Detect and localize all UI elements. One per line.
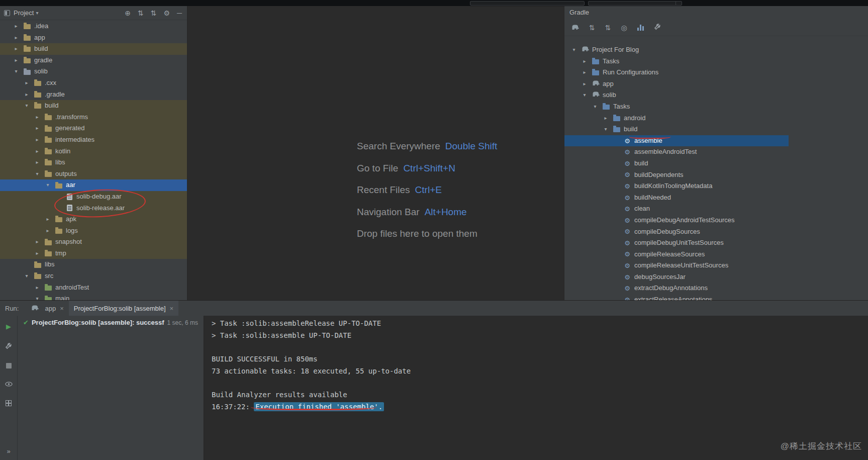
chevron-right-icon[interactable]: ▸: [581, 78, 589, 90]
gradle-tree-item-compileReleaseSources[interactable]: ⚙compileReleaseSources: [564, 249, 868, 260]
gradle-tree-item-compileDebugUnitTestSources[interactable]: ⚙compileDebugUnitTestSources: [564, 237, 868, 249]
chevron-down-icon[interactable]: ▾: [44, 179, 52, 191]
chevron-down-icon[interactable]: ▾: [602, 124, 610, 135]
chevron-right-icon[interactable]: ▸: [23, 77, 31, 89]
chevron-right-icon[interactable]: ▸: [33, 157, 41, 168]
project-panel-title[interactable]: Project: [14, 9, 34, 17]
gradle-sync-icon[interactable]: [571, 24, 579, 32]
gradle-tree-item-assemble[interactable]: ⚙assemble: [564, 135, 789, 147]
gradle-tree-item-clean[interactable]: ⚙clean: [564, 203, 868, 215]
chevron-down-icon[interactable]: ▾: [23, 100, 31, 112]
chevron-down-icon[interactable]: ▾: [570, 44, 578, 56]
run-tab-app[interactable]: app×: [26, 301, 68, 316]
collapse-all-icon[interactable]: ⇅: [138, 9, 144, 17]
gradle-tree-item-android[interactable]: ▸android: [564, 113, 868, 124]
hide-panel-icon[interactable]: ─: [177, 9, 182, 17]
project-tree-item-solib[interactable]: ▾solib: [0, 66, 187, 77]
stop-icon[interactable]: [6, 363, 12, 369]
gradle-tree-item-build[interactable]: ⚙build: [564, 158, 868, 169]
chevron-down-icon[interactable]: ▾: [33, 168, 41, 180]
gradle-tree-item-app[interactable]: ▸app: [564, 78, 868, 90]
chevron-right-icon[interactable]: ▸: [44, 214, 52, 225]
gradle-tree-item-Project For Blog[interactable]: ▾Project For Blog: [564, 44, 868, 56]
chevron-right-icon[interactable]: ▸: [44, 225, 52, 237]
expand-all-icon[interactable]: ⇅: [605, 24, 611, 32]
project-tree-item-snapshot[interactable]: ▸snapshot: [0, 236, 187, 248]
project-tree-item-androidTest[interactable]: ▸androidTest: [0, 282, 187, 294]
gradle-tree-item-compileReleaseUnitTestSources[interactable]: ⚙compileReleaseUnitTestSources: [564, 260, 868, 271]
chevron-down-icon[interactable]: ▾: [12, 66, 20, 77]
layout-grid-icon[interactable]: [6, 400, 12, 406]
preview-icon[interactable]: [5, 381, 13, 388]
run-icon[interactable]: ▶: [6, 323, 11, 330]
settings-gear-icon[interactable]: ⚙: [164, 9, 170, 17]
run-status-row[interactable]: ✔ ProjectForBlog:solib [assemble]: succe…: [23, 319, 204, 326]
gradle-tree-item-compileDebugAndroidTestSources[interactable]: ⚙compileDebugAndroidTestSources: [564, 215, 868, 226]
gradle-tree-item-solib[interactable]: ▾solib: [564, 89, 868, 101]
project-tree-item-kotlin[interactable]: ▸kotlin: [0, 146, 187, 157]
project-tree-item-.transforms[interactable]: ▸.transforms: [0, 112, 187, 123]
gradle-tree-item-assembleAndroidTest[interactable]: ⚙assembleAndroidTest: [564, 146, 868, 158]
chevron-down-icon[interactable]: ▾: [591, 101, 599, 113]
chevron-down-icon[interactable]: ▾: [33, 293, 41, 300]
chevron-right-icon[interactable]: ▸: [12, 21, 20, 32]
project-tree-item-tmp[interactable]: ▸tmp: [0, 248, 187, 259]
project-tree-item-apk[interactable]: ▸apk: [0, 214, 187, 225]
project-tree-item-intermediates[interactable]: ▸intermediates: [0, 134, 187, 146]
project-tree-item-aar[interactable]: ▾aar: [0, 179, 187, 191]
gradle-tree-item-buildDependents[interactable]: ⚙buildDependents: [564, 169, 868, 181]
chevron-right-icon[interactable]: ▸: [33, 236, 41, 248]
chevron-right-icon[interactable]: ▸: [33, 146, 41, 157]
close-icon[interactable]: ×: [60, 305, 64, 312]
gradle-tree-item-debugSourcesJar[interactable]: ⚙debugSourcesJar: [564, 271, 868, 283]
locate-icon[interactable]: ⊕: [125, 9, 131, 17]
chevron-right-icon[interactable]: ▸: [602, 113, 610, 124]
chevron-right-icon[interactable]: ▸: [33, 134, 41, 146]
chevron-right-icon[interactable]: ▸: [33, 282, 41, 294]
project-tree-item-generated[interactable]: ▸generated: [0, 123, 187, 134]
collapse-all-icon[interactable]: ⇅: [589, 24, 595, 32]
project-tree-item-gradle[interactable]: ▸gradle: [0, 55, 187, 66]
chevron-right-icon[interactable]: ▸: [23, 89, 31, 101]
project-tree-item-outputs[interactable]: ▾outputs: [0, 168, 187, 180]
chevron-right-icon[interactable]: ▸: [33, 112, 41, 123]
chevron-down-icon[interactable]: ▾: [36, 10, 38, 16]
chevron-down-icon[interactable]: ▾: [23, 270, 31, 282]
chevron-right-icon[interactable]: ▸: [12, 55, 20, 66]
project-tree-item-build[interactable]: ▸build: [0, 43, 187, 55]
more-icon[interactable]: »: [7, 447, 10, 455]
gradle-tree-item-Run Configurations[interactable]: ▸Run Configurations: [564, 67, 868, 78]
build-tool-icon[interactable]: [654, 23, 661, 32]
chevron-right-icon[interactable]: ▸: [581, 56, 589, 67]
gradle-tree-item-Tasks[interactable]: ▸Tasks: [564, 56, 868, 67]
chevron-right-icon[interactable]: ▸: [33, 123, 41, 134]
profiler-icon[interactable]: [637, 25, 644, 31]
chevron-right-icon[interactable]: ▸: [12, 32, 20, 44]
gradle-tree-item-buildKotlinToolingMetadata[interactable]: ⚙buildKotlinToolingMetadata: [564, 180, 868, 192]
run-console[interactable]: > Task :solib:assembleRelease UP-TO-DATE…: [204, 316, 868, 460]
project-tree-item-libs[interactable]: libs: [0, 259, 187, 270]
chevron-down-icon[interactable]: ▾: [581, 89, 589, 101]
project-tree-item-build[interactable]: ▾build: [0, 100, 187, 112]
run-tab-ProjectForBlog:solib [assemble][interactable]: ProjectForBlog:solib [assemble]×: [69, 301, 178, 316]
project-tree-item-.gradle[interactable]: ▸.gradle: [0, 89, 187, 101]
attach-icon[interactable]: ◎: [621, 24, 627, 32]
gradle-tree-item-build[interactable]: ▾build: [564, 124, 868, 135]
project-tree-item-app[interactable]: ▸app: [0, 32, 187, 44]
chevron-right-icon[interactable]: ▸: [33, 248, 41, 259]
project-tree-item-solib-debug.aar[interactable]: solib-debug.aar: [0, 191, 187, 203]
project-tree-item-solib-release.aar[interactable]: solib-release.aar: [0, 203, 187, 214]
gradle-tree-item-extractReleaseAnnotations[interactable]: ⚙extractReleaseAnnotations: [564, 294, 868, 300]
project-tree-item-libs[interactable]: ▸libs: [0, 157, 187, 168]
gradle-tree-item-Tasks[interactable]: ▾Tasks: [564, 101, 868, 113]
project-tree-item-.idea[interactable]: ▸.idea: [0, 21, 187, 32]
gradle-tree-item-compileDebugSources[interactable]: ⚙compileDebugSources: [564, 226, 868, 238]
project-tree-item-.cxx[interactable]: ▸.cxx: [0, 77, 187, 89]
project-tree-item-main[interactable]: ▾main: [0, 293, 187, 300]
close-icon[interactable]: ×: [170, 305, 174, 312]
chevron-right-icon[interactable]: ▸: [581, 67, 589, 78]
chevron-right-icon[interactable]: ▸: [12, 43, 20, 55]
project-tree-item-logs[interactable]: ▸logs: [0, 225, 187, 237]
project-tree-item-src[interactable]: ▾src: [0, 270, 187, 282]
build-hammer-icon[interactable]: [5, 342, 12, 351]
